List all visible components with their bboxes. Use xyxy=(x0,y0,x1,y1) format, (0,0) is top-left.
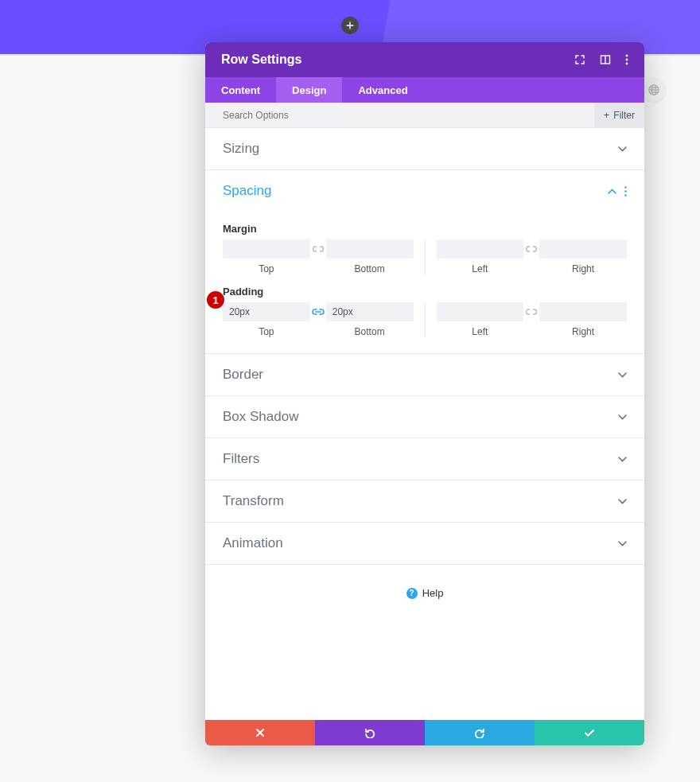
chevron-down-icon xyxy=(618,541,627,547)
header-icons xyxy=(574,54,628,65)
section-animation-title: Animation xyxy=(223,535,283,551)
padding-bottom-input[interactable] xyxy=(326,302,414,321)
tab-advanced[interactable]: Advanced xyxy=(342,77,423,103)
margin-top-input[interactable] xyxy=(223,239,310,259)
columns-icon[interactable] xyxy=(600,54,611,65)
margin-left-input[interactable] xyxy=(437,239,524,259)
section-sizing-title: Sizing xyxy=(223,141,259,157)
margin-left-caption: Left xyxy=(472,263,488,274)
margin-grid: Top Bottom Left xyxy=(223,239,627,274)
tab-content[interactable]: Content xyxy=(205,77,276,103)
section-transform-title: Transform xyxy=(223,493,284,509)
search-row: + Filter xyxy=(205,103,644,128)
section-box-shadow[interactable]: Box Shadow xyxy=(205,396,644,438)
svg-point-8 xyxy=(624,194,627,196)
chevron-down-icon xyxy=(618,146,627,152)
confirm-button[interactable] xyxy=(535,720,644,745)
undo-button[interactable] xyxy=(315,720,425,745)
settings-tabs: Content Design Advanced xyxy=(205,77,644,103)
padding-right-input[interactable] xyxy=(539,302,627,321)
margin-label: Margin xyxy=(223,223,627,235)
chevron-down-icon xyxy=(618,457,627,462)
margin-tb-link-icon[interactable] xyxy=(310,239,326,259)
padding-tb-link-icon[interactable] xyxy=(310,302,326,321)
section-border-title: Border xyxy=(223,367,263,383)
section-transform[interactable]: Transform xyxy=(205,480,644,523)
section-sizing[interactable]: Sizing xyxy=(205,128,644,170)
help-label: Help xyxy=(422,587,444,599)
search-input[interactable] xyxy=(223,110,382,121)
spacing-body: Margin Top Bottom Left xyxy=(205,212,644,354)
margin-top-caption: Top xyxy=(259,263,274,274)
chevron-down-icon xyxy=(618,372,627,378)
svg-point-3 xyxy=(626,55,628,57)
more-vertical-icon[interactable] xyxy=(625,54,628,65)
help-icon: ? xyxy=(406,588,418,599)
padding-label: Padding xyxy=(223,286,627,298)
margin-right-input[interactable] xyxy=(539,239,627,259)
chevron-up-icon xyxy=(608,189,616,194)
close-button[interactable] xyxy=(205,720,315,745)
section-border[interactable]: Border xyxy=(205,354,644,396)
section-spacing-header[interactable]: Spacing xyxy=(205,170,644,212)
padding-left-input[interactable] xyxy=(437,302,524,321)
svg-point-6 xyxy=(624,186,627,189)
modal-footer xyxy=(205,720,644,745)
modal-title: Row Settings xyxy=(221,53,301,67)
help-link[interactable]: ? Help xyxy=(205,565,644,621)
redo-button[interactable] xyxy=(425,720,535,745)
globe-icon[interactable] xyxy=(642,78,666,102)
padding-top-caption: Top xyxy=(259,326,274,337)
modal-header: Row Settings xyxy=(205,42,644,77)
svg-point-4 xyxy=(626,59,628,61)
padding-top-input[interactable] xyxy=(223,302,310,321)
padding-grid: Top Bottom Left xyxy=(223,302,627,337)
section-box-shadow-title: Box Shadow xyxy=(223,409,298,425)
margin-bottom-caption: Bottom xyxy=(355,263,385,274)
padding-right-caption: Right xyxy=(572,326,594,337)
margin-bottom-input[interactable] xyxy=(326,239,414,259)
section-filters[interactable]: Filters xyxy=(205,438,644,480)
separator xyxy=(425,239,426,274)
callout-marker-1: 1 xyxy=(207,291,224,309)
row-settings-modal: Row Settings Content Design Advanced + F… xyxy=(205,42,644,745)
separator xyxy=(425,302,426,337)
section-animation[interactable]: Animation xyxy=(205,523,644,565)
plus-icon: + xyxy=(604,109,610,121)
chevron-down-icon xyxy=(618,414,627,420)
filter-button[interactable]: + Filter xyxy=(594,103,644,128)
padding-bottom-caption: Bottom xyxy=(355,326,385,337)
tab-design[interactable]: Design xyxy=(276,77,342,103)
svg-point-7 xyxy=(624,190,627,193)
margin-right-caption: Right xyxy=(572,263,594,274)
padding-lr-link-icon[interactable] xyxy=(523,302,539,321)
add-section-button[interactable] xyxy=(341,17,359,34)
chevron-down-icon xyxy=(618,499,627,504)
section-spacing-title: Spacing xyxy=(223,183,271,199)
svg-point-5 xyxy=(626,63,628,65)
section-filters-title: Filters xyxy=(223,451,259,467)
filter-label: Filter xyxy=(613,110,635,121)
spacing-more-icon[interactable] xyxy=(624,186,627,196)
padding-left-caption: Left xyxy=(472,326,488,337)
margin-lr-link-icon[interactable] xyxy=(523,239,539,259)
expand-icon[interactable] xyxy=(574,54,585,65)
